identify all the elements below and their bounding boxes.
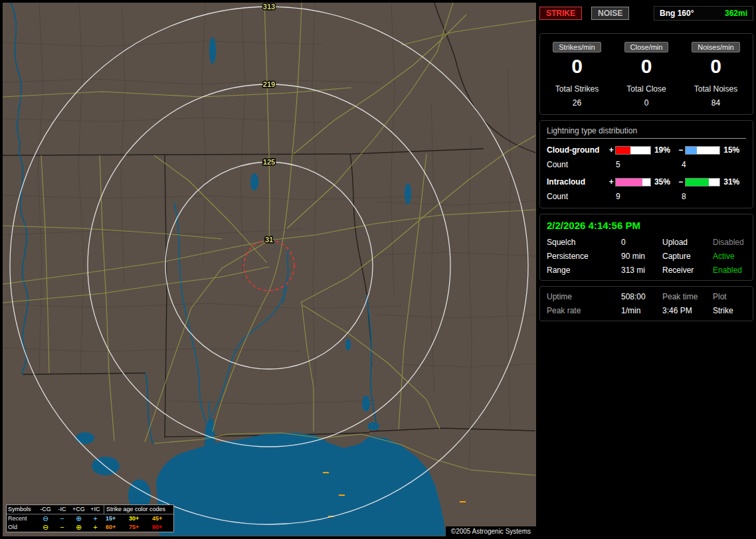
age-30: 30+ — [127, 514, 150, 523]
noise-mode-button[interactable]: NOISE — [591, 7, 629, 20]
ring-label-219: 219 — [263, 80, 275, 88]
legend-col-pos-cg: +CG — [70, 505, 87, 514]
cloud-ground-pos-fill — [616, 147, 630, 154]
legend-col-pos-ic: +IC — [87, 505, 104, 514]
upload-label: Upload — [662, 238, 713, 247]
receiver-status-grid: Squelch 0 Upload Disabled Persistence 90… — [547, 238, 746, 275]
recent-pos-cg-icon: ⊕ — [70, 514, 87, 523]
receiver-label: Receiver — [662, 266, 713, 275]
strike-statistics-panel: Strikes/min 0 Total Strikes 26 Close/min… — [539, 33, 753, 115]
intracloud-pos-fill — [616, 179, 642, 186]
intracloud-pos-count: 9 — [616, 192, 682, 201]
distribution-title: Lightning type distribution — [547, 126, 746, 139]
minus-sign: − — [677, 145, 685, 155]
plus-sign: + — [607, 145, 615, 155]
bearing-distance: 362mi — [725, 9, 747, 18]
legend-col-neg-cg: -CG — [37, 505, 54, 514]
total-noises-label: Total Noises — [682, 84, 750, 94]
cloud-ground-pos-count: 5 — [616, 160, 682, 169]
bearing-range-readout: Bng 160° 362mi — [654, 6, 753, 21]
capture-label: Capture — [662, 252, 713, 261]
cloud-ground-label: Cloud-ground — [547, 145, 607, 155]
capture-status: Active — [713, 252, 746, 261]
old-neg-ic-icon: − — [54, 523, 70, 532]
age-90: 90+ — [150, 523, 173, 532]
receiver-status: Enabled — [713, 266, 746, 275]
peak-rate-value: 1/min — [621, 306, 662, 315]
map-legend: Symbols -CG -IC +CG +IC Strike age color… — [6, 504, 174, 532]
cloud-ground-count-row: Count 5 4 — [547, 160, 746, 169]
legend-old-label: Old — [7, 523, 37, 532]
legend-age-header: Strike age color codes — [104, 505, 173, 514]
noises-per-min-chip: Noises/min — [692, 42, 739, 52]
persistence-label: Persistence — [547, 252, 621, 261]
cloud-ground-neg-count: 4 — [682, 160, 747, 169]
cloud-ground-pos-bar — [615, 146, 651, 155]
old-pos-cg-icon: ⊕ — [70, 523, 87, 532]
display-mode-toolbar: STRIKE NOISE Bng 160° 362mi — [539, 5, 753, 21]
lightning-map[interactable]: 313 219 125 31 Symbols -CG -IC +CG +IC S… — [3, 3, 536, 536]
sidebar: STRIKE NOISE Bng 160° 362mi Strikes/min … — [539, 5, 753, 327]
intracloud-neg-pct: 31% — [723, 177, 746, 187]
lightning-distribution-panel: Lightning type distribution Cloud-ground… — [539, 120, 753, 208]
close-per-min-value: 0 — [613, 55, 681, 78]
intracloud-pos-pct: 35% — [654, 177, 677, 187]
cloud-ground-neg-pct: 15% — [723, 145, 746, 155]
session-grid: Uptime 508:00 Peak time Plot Peak rate 1… — [547, 292, 746, 315]
close-per-min-chip: Close/min — [624, 42, 669, 52]
upload-status: Disabled — [713, 238, 746, 247]
intracloud-label: Intracloud — [547, 177, 607, 187]
strike-mode-button[interactable]: STRIKE — [539, 7, 582, 20]
count-label: Count — [547, 192, 616, 201]
intracloud-neg-fill — [686, 179, 709, 186]
count-label: Count — [547, 160, 616, 169]
intracloud-neg-bar — [685, 178, 721, 187]
cloud-ground-neg-fill — [686, 147, 698, 154]
strikes-column: Strikes/min 0 Total Strikes 26 — [543, 40, 611, 108]
strikes-per-min-chip: Strikes/min — [553, 42, 601, 52]
ring-label-31: 31 — [265, 236, 273, 244]
age-45: 45+ — [150, 514, 173, 523]
intracloud-pos-bar — [615, 178, 651, 187]
squelch-label: Squelch — [547, 238, 621, 247]
recent-neg-cg-icon: ⊖ — [37, 514, 54, 523]
legend-symbols-header: Symbols — [7, 505, 37, 514]
cloud-ground-pos-pct: 19% — [654, 145, 677, 155]
ring-label-125: 125 — [263, 158, 275, 166]
old-neg-cg-icon: ⊖ — [37, 523, 54, 532]
total-close-label: Total Close — [613, 84, 681, 94]
noises-column: Noises/min 0 Total Noises 84 — [682, 40, 750, 108]
range-label: Range — [547, 266, 621, 275]
legend-recent-label: Recent — [7, 514, 37, 523]
recent-pos-ic-icon: + — [87, 514, 104, 523]
datetime-display: 2/2/2026 4:14:56 PM — [547, 220, 746, 231]
plus-sign: + — [607, 177, 615, 187]
uptime-label: Uptime — [547, 292, 621, 301]
copyright-text: ©2005 Astrogenic Systems — [446, 526, 536, 536]
noises-per-min-value: 0 — [682, 55, 750, 78]
persistence-value: 90 min — [621, 252, 662, 261]
close-column: Close/min 0 Total Close 0 — [613, 40, 681, 108]
app-window: { "toolbar": { "strike": "STRIKE", "nois… — [0, 0, 756, 539]
peak-rate-label: Peak rate — [547, 306, 621, 315]
receiver-status-panel: 2/2/2026 4:14:56 PM Squelch 0 Upload Dis… — [539, 214, 753, 281]
uptime-value: 508:00 — [621, 292, 662, 301]
intracloud-neg-count: 8 — [682, 192, 747, 201]
range-value: 313 mi — [621, 266, 662, 275]
age-15: 15+ — [104, 514, 127, 523]
total-close-value: 0 — [613, 98, 681, 108]
cloud-ground-neg-bar — [685, 146, 721, 155]
ring-label-313: 313 — [263, 3, 275, 11]
bearing-value: Bng 160° — [660, 9, 694, 18]
map-canvas: 313 219 125 31 — [3, 3, 536, 536]
cloud-ground-row: Cloud-ground + 19% − 15% — [547, 145, 746, 155]
plot-value: Strike — [713, 306, 746, 315]
age-75: 75+ — [127, 523, 150, 532]
minus-sign: − — [677, 177, 685, 187]
plot-label: Plot — [713, 292, 746, 301]
recent-neg-ic-icon: − — [54, 514, 70, 523]
legend-col-neg-ic: -IC — [54, 505, 70, 514]
peak-time-value: 3:46 PM — [662, 306, 713, 315]
total-noises-value: 84 — [682, 98, 750, 108]
old-pos-ic-icon: + — [87, 523, 104, 532]
